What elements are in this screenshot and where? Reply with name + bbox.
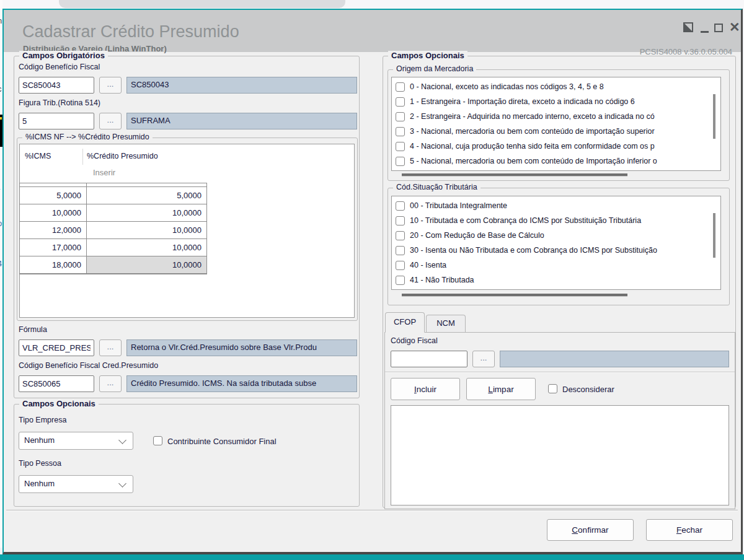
credito-cell-selected[interactable]: 10,0000 [87,256,206,274]
list-item-label: 0 - Nacional, exceto as indicadas nos có… [410,82,604,91]
credito-cell[interactable]: 10,0000 [87,204,206,222]
credito-column-header: %Crédito Presumido [87,152,158,160]
list-item[interactable]: 10 - Tributada e com Cobrança do ICMS po… [392,213,720,228]
credito-cell[interactable]: 10,0000 [87,222,206,239]
bg-fragment: n [0,16,2,25]
list-item[interactable]: 0 - Nacional, exceto as indicadas nos có… [392,79,720,94]
checkbox[interactable] [396,157,405,166]
fechar-button[interactable]: Fechar [646,519,733,541]
contribuinte-label: Contribuinte Consumidor Final [167,437,277,446]
codigo-fiscal-browse-button[interactable]: ... [472,351,495,367]
checkbox[interactable] [396,231,405,240]
restore-icon[interactable] [683,22,693,32]
figura-trib-label: Figura Trib.(Rotina 514) [19,98,100,107]
origem-vertical-scrollbar[interactable] [713,94,715,139]
maximize-icon[interactable] [714,24,723,32]
cfop-items-list[interactable] [391,405,729,505]
limpar-button[interactable]: Limpar [466,378,536,400]
codigo-fiscal-input[interactable] [391,351,467,367]
list-item-label: 41 - Não Tributada [410,276,474,284]
list-item-label: 00 - Tributada Integralmente [410,201,507,210]
figura-trib-browse-button[interactable]: ... [99,113,122,129]
checkbox[interactable] [396,127,405,136]
codigo-beneficio-label: Código Benefício Fiscal [19,63,100,71]
codigo-cred-label: Código Benefício Fiscal Cred.Presumido [19,361,158,370]
list-item[interactable]: 5 - Nacional, mercadoria ou bem com cont… [392,154,720,168]
minimize-icon[interactable] [701,31,709,33]
insert-row-button[interactable]: Inserir [93,168,115,177]
icms-cell[interactable]: 5,0000 [20,187,87,204]
list-item[interactable]: 00 - Tributada Integralmente [392,198,720,213]
fechar-button-label: Fechar [676,525,702,535]
list-item-label: 20 - Com Redução de Base de Cálculo [410,231,544,240]
codigo-cred-input[interactable] [19,375,94,392]
codigo-cred-browse-button[interactable]: ... [99,375,122,392]
list-item-partial[interactable] [392,287,720,290]
cst-horizontal-scrollbar[interactable] [402,294,627,297]
list-item[interactable]: 2 - Estrangeira - Adquirida no mercado i… [392,109,720,124]
tipo-empresa-label: Tipo Empresa [19,416,66,424]
figura-trib-input[interactable] [19,113,94,129]
codigo-fiscal-description [500,351,729,367]
cst-list[interactable]: 00 - Tributada Integralmente 10 - Tribut… [391,196,721,290]
icms-cell[interactable]: 17,0000 [20,239,87,256]
tab-cfop[interactable]: CFOP [385,312,425,333]
list-item[interactable]: 30 - Isenta ou Não Tributada e com Cobra… [392,243,720,258]
cst-group-title: Cód.Situação Tributária [393,183,480,191]
list-item[interactable]: 20 - Com Redução de Base de Cálculo [392,228,720,243]
tipo-pessoa-select[interactable]: Nenhum [19,475,133,493]
icms-cell[interactable]: 10,0000 [20,204,87,222]
list-item-label: 3 - Nacional, mercadoria ou bem com cont… [410,127,655,136]
checkbox[interactable] [396,216,405,225]
column-divider [82,149,83,165]
limpar-button-label: Limpar [488,385,513,394]
footer-divider [6,510,738,511]
origem-group-title: Origem da Mercadoria [393,64,476,73]
list-item-label: 2 - Estrangeira - Adquirida no mercado i… [410,112,655,121]
credito-cell[interactable]: 10,0000 [87,239,206,256]
codigo-cred-description: Crédito Presumido. ICMS. Na saída tribut… [126,375,357,392]
list-item[interactable]: 1 - Estrangeira - Importação direta, exc… [392,94,720,109]
list-item[interactable]: 4 - Nacional, cuja produção tenha sido f… [392,139,720,154]
list-item-label: 30 - Isenta ou Não Tributada e com Cobra… [410,246,657,255]
panel-divider [385,372,735,373]
background-tab-shape [59,0,345,8]
list-item[interactable]: 41 - Não Tributada [392,273,720,287]
list-item[interactable]: 3 - Nacional, mercadoria ou bem com cont… [392,124,720,139]
formula-input[interactable] [19,339,94,356]
checkbox[interactable] [396,112,405,121]
desconsiderar-label: Desconsiderar [562,385,614,394]
checkbox[interactable] [396,276,405,285]
checkbox[interactable] [396,82,405,92]
confirmar-button[interactable]: Confirmar [547,519,634,541]
tipo-pessoa-value: Nenhum [24,479,55,488]
checkbox[interactable] [396,201,405,211]
icms-cell[interactable]: 12,0000 [20,222,87,239]
list-item-partial[interactable] [392,168,720,171]
origem-list[interactable]: 0 - Nacional, exceto as indicadas nos có… [391,77,721,171]
list-item-label: 4 - Nacional, cuja produção tenha sido f… [410,142,655,151]
credito-cell[interactable]: 5,0000 [87,187,206,204]
codigo-beneficio-browse-button[interactable]: ... [99,77,122,94]
confirmar-button-label: Confirmar [572,525,608,535]
dialog-titlebar: Cadastrar Crédito Presumido Distribuição… [4,10,741,52]
origem-horizontal-scrollbar[interactable] [402,173,627,177]
list-item-label: 5 - Nacional, mercadoria ou bem com cont… [410,157,657,165]
close-icon[interactable]: ✕ [729,20,740,35]
desconsiderar-checkbox[interactable] [548,384,557,393]
icms-cell[interactable]: 18,0000 [20,256,87,274]
tipo-empresa-select[interactable]: Nenhum [19,432,133,450]
formula-browse-button[interactable]: ... [99,339,122,356]
list-item[interactable]: 40 - Isenta [392,258,720,273]
incluir-button[interactable]: Incluir [391,378,460,400]
cst-vertical-scrollbar[interactable] [713,213,715,258]
page-title: Cadastrar Crédito Presumido [22,22,239,42]
codigo-beneficio-input[interactable] [19,77,94,94]
checkbox[interactable] [396,142,405,151]
checkbox[interactable] [396,97,405,107]
contribuinte-checkbox[interactable] [153,436,162,445]
list-item-label: 1 - Estrangeira - Importação direta, exc… [410,97,635,106]
checkbox[interactable] [396,261,405,270]
tab-ncm[interactable]: NCM [426,315,466,333]
checkbox[interactable] [396,246,405,255]
